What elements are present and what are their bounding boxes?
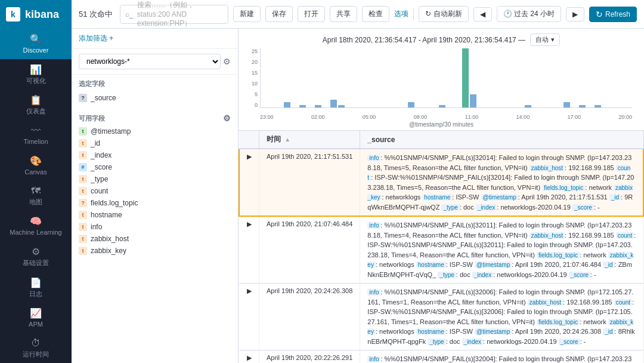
chart-auto-button[interactable]: 自动 ▾ xyxy=(530,33,560,46)
ml-icon: 🧠 xyxy=(30,216,42,227)
field-item-logtopic[interactable]: ? fields.log_topic xyxy=(79,197,231,209)
table-row: ▶April 19th 2020, 21:17:51.531info: %%01… xyxy=(239,149,643,216)
chart-bar[interactable] xyxy=(284,102,290,107)
field-type-badge: t xyxy=(79,127,87,136)
time-cell: April 19th 2020, 21:07:46.484 xyxy=(259,216,360,284)
sidebar-item-label: 可视化 xyxy=(26,77,46,85)
sidebar-item-canvas[interactable]: 🎨 Canvas xyxy=(0,150,72,181)
sidebar-item-uptime[interactable]: ⏱ 运行时间 xyxy=(0,333,72,363)
expand-cell[interactable]: ▶ xyxy=(239,149,259,216)
selected-fields-section: 选定字段 ? _source xyxy=(72,75,238,109)
search-input[interactable]: 搜索……（例如，status:200 AND extension:PHP） xyxy=(137,0,224,29)
source-cell: info: %%01SNMP/4/SNMP_FAIL(s)[32014]: Fa… xyxy=(360,149,643,216)
sidebar-logo-text: kibana xyxy=(25,8,59,21)
selected-fields-title: 选定字段 xyxy=(79,79,231,88)
source-col-header[interactable]: _source xyxy=(360,131,643,149)
chart-bar[interactable] xyxy=(330,100,337,108)
sidebar-item-visualize[interactable]: 📊 可视化 xyxy=(0,59,72,90)
add-filter-button[interactable]: 添加筛选 + xyxy=(72,29,238,49)
table-row: ▶April 19th 2020, 20:22:26.291info: %%01… xyxy=(239,350,643,364)
sidebar-item-label: 仪表盘 xyxy=(26,107,46,115)
source-cell: info: %%01SNMP/4/SNMP_FAIL(s)[32004]: Fa… xyxy=(360,350,643,364)
time-range-button[interactable]: 🕐 过去 24 小时 xyxy=(497,6,561,22)
field-item-source[interactable]: ? _source xyxy=(79,92,231,104)
sidebar-item-maps[interactable]: 🗺 地图 xyxy=(0,181,72,211)
field-item-type[interactable]: t _type xyxy=(79,173,231,185)
hit-count: 51 次命中 xyxy=(79,9,113,20)
field-item-timestamp[interactable]: t @timestamp xyxy=(79,125,231,137)
search-bar[interactable]: ⌕_ 搜索……（例如，status:200 AND extension:PHP） xyxy=(120,5,228,24)
data-table-area: 时间 ▲ _source ▶April 19th 2020, 21:17:51.… xyxy=(239,131,644,363)
refresh-icon: ↻ xyxy=(425,10,431,18)
share-button[interactable]: 共享 xyxy=(330,6,357,22)
chart-bar[interactable] xyxy=(579,105,586,108)
visualize-icon: 📊 xyxy=(30,64,42,75)
save-button[interactable]: 保存 xyxy=(265,6,293,22)
source-cell: info: %%01SNMP/4/SNMP_FAIL(s)[32006]: Fa… xyxy=(360,284,643,350)
sidebar-item-label: Timelion xyxy=(23,138,48,146)
chart-bar[interactable] xyxy=(338,105,345,108)
field-item-zabbixkey[interactable]: t zabbix_key xyxy=(79,245,231,257)
field-item-hostname[interactable]: t hostname xyxy=(79,209,231,221)
field-item-count[interactable]: t count xyxy=(79,185,231,197)
sidebar-item-logs[interactable]: 📄 日志 xyxy=(0,272,72,303)
field-type-badge: t xyxy=(79,151,87,159)
chart-bar[interactable] xyxy=(595,105,601,108)
index-selector: networklogs-* ⚙ xyxy=(72,49,238,75)
chart-bar[interactable] xyxy=(470,94,476,108)
chart-bar[interactable] xyxy=(525,105,531,108)
field-item-score[interactable]: # _score xyxy=(79,161,231,173)
sidebar-item-timelion[interactable]: 〰 Timelion xyxy=(0,121,72,150)
chart-bar[interactable] xyxy=(315,105,321,108)
expand-cell[interactable]: ▶ xyxy=(239,284,259,350)
field-item-id[interactable]: t _id xyxy=(79,137,231,149)
new-button[interactable]: 新建 xyxy=(233,6,261,22)
left-panel: 添加筛选 + networklogs-* ⚙ 选定字段 ? _source 可用… xyxy=(72,29,239,363)
fields-settings-icon[interactable]: ⚙ xyxy=(223,113,231,123)
expand-cell[interactable]: ▶ xyxy=(239,216,259,284)
chart-bars xyxy=(260,48,632,108)
sidebar-item-ml[interactable]: 🧠 Machine Learning xyxy=(0,211,72,241)
sidebar-logo: k kibana xyxy=(0,0,72,29)
sidebar-item-apm[interactable]: 📈 APM xyxy=(0,303,72,333)
field-item-info[interactable]: t info xyxy=(79,221,231,233)
prev-button[interactable]: ◀ xyxy=(473,7,492,21)
field-name: _type xyxy=(91,175,108,183)
uptime-icon: ⏱ xyxy=(31,338,41,349)
auto-refresh-button[interactable]: ↻ 自动刷新 xyxy=(419,6,468,22)
sort-icon: ▲ xyxy=(284,136,290,143)
chart-bar[interactable] xyxy=(439,105,445,108)
expand-cell[interactable]: ▶ xyxy=(239,350,259,364)
field-name: zabbix_host xyxy=(91,235,129,243)
chart-timestamp-label: @timestamp/30 minutes xyxy=(246,121,637,128)
field-name: zabbix_key xyxy=(91,247,126,255)
options-link[interactable]: 选项 xyxy=(394,9,408,19)
refresh-button[interactable]: ↻ Refresh xyxy=(589,7,637,22)
chart-bar[interactable] xyxy=(408,102,414,107)
field-name: _score xyxy=(91,163,112,171)
field-name: fields.log_topic xyxy=(91,199,138,207)
available-fields-header: 可用字段 ⚙ xyxy=(79,113,231,123)
field-type-badge: ? xyxy=(79,94,87,102)
index-settings-icon[interactable]: ⚙ xyxy=(223,57,231,66)
inspect-button[interactable]: 检查 xyxy=(362,6,389,22)
chart-bar[interactable] xyxy=(462,48,469,107)
discover-icon: 🔍 xyxy=(30,33,42,45)
open-button[interactable]: 打开 xyxy=(298,6,325,22)
apm-icon: 📈 xyxy=(30,307,42,319)
sidebar-item-discover[interactable]: 🔍 Discover xyxy=(0,29,72,59)
field-item-index[interactable]: t _index xyxy=(79,149,231,161)
sidebar-item-dashboard[interactable]: 📋 仪表盘 xyxy=(0,90,72,120)
sidebar-item-infra[interactable]: ⚙ 基础设置 xyxy=(0,241,72,272)
chart-bar[interactable] xyxy=(299,105,306,108)
chart-bar[interactable] xyxy=(564,102,570,107)
field-name: info xyxy=(91,223,102,231)
field-item-zabbixhost[interactable]: t zabbix_host xyxy=(79,233,231,245)
time-col-header[interactable]: 时间 ▲ xyxy=(259,131,360,149)
topbar-divider xyxy=(413,8,414,20)
index-pattern-select[interactable]: networklogs-* xyxy=(79,54,221,69)
time-cell: April 19th 2020, 20:24:26.308 xyxy=(259,284,360,350)
main-area: 51 次命中 ⌕_ 搜索……（例如，status:200 AND extensi… xyxy=(72,0,644,363)
kibana-logo-icon: k xyxy=(6,7,20,21)
next-button[interactable]: ▶ xyxy=(566,7,584,21)
